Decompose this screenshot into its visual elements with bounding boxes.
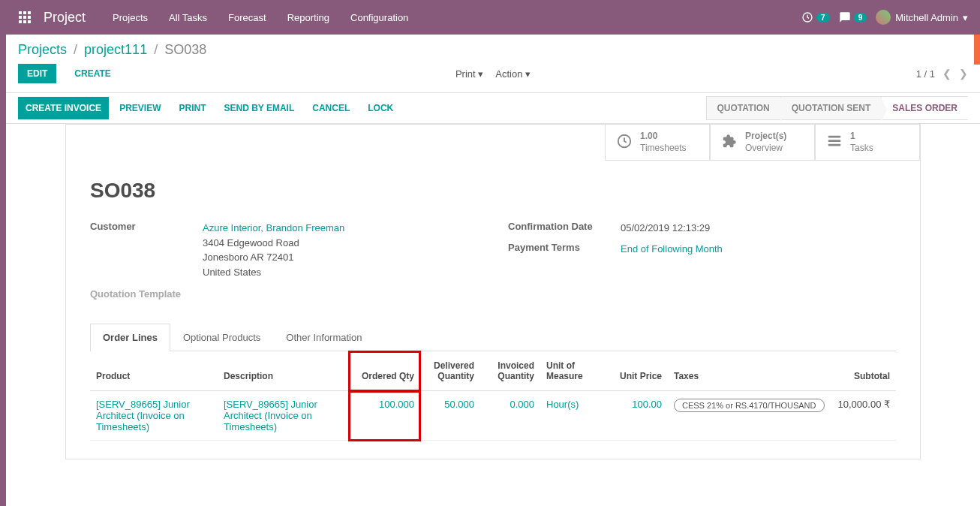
edit-button[interactable]: EDIT [18,64,56,83]
status-quotation[interactable]: QUOTATION [706,96,780,120]
cell-uom[interactable]: Hour(s) [540,391,593,441]
svg-rect-11 [828,136,841,138]
nav-projects[interactable]: Projects [104,6,157,29]
user-menu[interactable]: Mitchell Admin ▾ [876,10,968,25]
create-button[interactable]: CREATE [65,64,119,83]
status-quotation-sent[interactable]: QUOTATION SENT [780,96,882,120]
svg-rect-1 [23,11,26,14]
svg-rect-8 [28,20,31,23]
cell-ordered-qty: 100.000 [349,391,420,441]
nav-forecast[interactable]: Forecast [219,6,275,29]
th-uom: Unit of Measure [540,351,593,391]
nav-links: Projects All Tasks Forecast Reporting Co… [104,6,417,29]
nav-configuration[interactable]: Configuration [341,6,417,29]
action-dropdown[interactable]: Action ▾ [495,68,531,80]
cell-description[interactable]: [SERV_89665] Junior Architect (Invoice o… [218,391,349,441]
stat-timesheets[interactable]: 1.00 Timesheets [605,125,710,161]
pager-next[interactable]: ❯ [959,68,968,80]
svg-rect-13 [828,144,841,146]
create-invoice-button[interactable]: CREATE INVOICE [18,97,109,119]
top-navbar: Project Projects All Tasks Forecast Repo… [0,0,980,35]
tab-optional-products[interactable]: Optional Products [170,324,273,351]
print-button[interactable]: PRINT [171,97,213,119]
breadcrumb-parent[interactable]: project111 [84,42,147,57]
th-delivered-qty: Delivered Quantity [420,351,480,391]
svg-rect-3 [19,16,22,19]
th-unit-price: Unit Price [593,351,668,391]
avatar [876,10,891,25]
record-title: SO038 [90,179,896,203]
confirmation-date-label: Confirmation Date [508,221,621,236]
puzzle-icon [721,133,738,152]
svg-rect-0 [19,11,22,14]
cell-subtotal: 10,000.00 ₹ [831,391,896,441]
customer-country: United States [203,267,261,278]
th-description: Description [218,351,349,391]
lock-button[interactable]: LOCK [360,97,401,119]
customer-link[interactable]: Azure Interior, Brandon Freeman [203,222,344,233]
th-ordered-qty: Ordered Qty [349,351,420,391]
breadcrumb-current: SO038 [164,42,206,57]
nav-all-tasks[interactable]: All Tasks [160,6,216,29]
svg-rect-4 [23,16,26,19]
customer-label: Customer [90,221,203,279]
app-title[interactable]: Project [44,10,86,26]
confirmation-date: 05/02/2019 12:13:29 [621,221,896,236]
cell-unit-price: 100.00 [593,391,668,441]
nav-reporting[interactable]: Reporting [278,6,338,29]
th-product: Product [90,351,218,391]
table-row[interactable]: [SERV_89665] Junior Architect (Invoice o… [90,391,896,441]
apps-icon[interactable] [12,11,38,23]
pager-text: 1 / 1 [916,68,935,80]
stat-projects[interactable]: Project(s) Overview [710,125,815,161]
tab-order-lines[interactable]: Order Lines [90,324,170,351]
pager-prev[interactable]: ❮ [942,68,951,80]
quotation-template-label: Quotation Template [90,288,181,300]
chevron-down-icon: ▾ [963,12,968,23]
order-lines-table: Product Description Ordered Qty Delivere… [90,351,896,441]
status-bar: QUOTATION QUOTATION SENT SALES ORDER [706,96,968,120]
payment-terms-label: Payment Terms [508,242,621,257]
payment-terms[interactable]: End of Following Month [621,243,723,255]
th-subtotal: Subtotal [831,351,896,391]
print-dropdown[interactable]: Print ▾ [455,68,483,80]
cell-taxes: CESS 21% or RS.4170/THOUSAND [668,391,831,441]
customer-addr1: 3404 Edgewood Road [203,237,299,248]
svg-rect-2 [28,11,31,14]
cell-invoiced-qty: 0.000 [480,391,540,441]
activity-badge: 7 [816,13,830,23]
th-invoiced-qty: Invoiced Quantity [480,351,540,391]
tasks-icon [826,133,843,152]
clock-icon [616,133,633,152]
cell-delivered-qty: 50.000 [420,391,480,441]
svg-rect-12 [828,140,841,142]
breadcrumb-root[interactable]: Projects [18,42,67,57]
stat-tasks[interactable]: 1 Tasks [815,125,920,161]
preview-button[interactable]: PREVIEW [112,97,168,119]
left-accent [0,35,6,459]
svg-rect-6 [19,20,22,23]
svg-rect-5 [28,16,31,19]
status-sales-order[interactable]: SALES ORDER [881,96,968,120]
cell-product[interactable]: [SERV_89665] Junior Architect (Invoice o… [90,391,218,441]
svg-rect-7 [23,20,26,23]
send-email-button[interactable]: SEND BY EMAIL [216,97,302,119]
messages-icon[interactable]: 9 [839,11,867,23]
customer-addr2: Jonesboro AR 72401 [203,251,293,263]
activities-icon[interactable]: 7 [801,11,830,23]
cancel-button[interactable]: CANCEL [305,97,357,119]
message-badge: 9 [854,13,867,23]
user-name: Mitchell Admin [895,12,958,23]
th-taxes: Taxes [668,351,831,391]
tab-other-info[interactable]: Other Information [273,324,374,351]
breadcrumb: Projects / project111 / SO038 [18,42,968,58]
right-accent [974,35,980,65]
